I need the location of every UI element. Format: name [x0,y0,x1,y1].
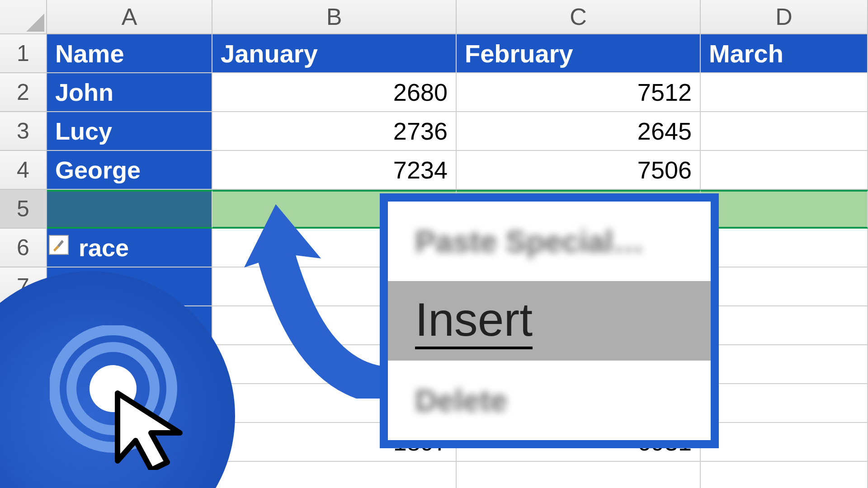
cell-D9[interactable] [701,345,868,384]
cell-A3[interactable]: Lucy [47,112,212,151]
spreadsheet-viewport: A B C D 1 Name January February March 2 … [0,0,868,488]
row-header-6[interactable]: 6 [0,229,47,267]
menu-item-label: Insert [415,293,533,349]
cell-A2[interactable]: John [47,73,212,112]
table-row: 2 John 2680 7512 [0,73,868,112]
table-row: 3 Lucy 2736 2645 [0,112,868,151]
cell-A4[interactable]: George [47,151,212,190]
row-header-4[interactable]: 4 [0,151,47,190]
cell-D10[interactable] [701,384,868,423]
cell-C2[interactable]: 7512 [457,73,701,112]
cell-D6[interactable] [701,229,868,267]
cell-C12[interactable] [457,462,701,488]
callout-arrow [231,204,402,400]
column-header-B[interactable]: B [212,0,457,34]
cell-B12[interactable] [212,462,457,488]
select-all-corner[interactable] [0,0,47,34]
cell-A5[interactable] [47,190,212,229]
logo-background-circle [0,271,235,488]
cell-D12[interactable] [701,462,868,488]
cell-D2[interactable] [701,73,868,112]
cell-B3[interactable]: 2736 [212,112,457,151]
cell-D5[interactable] [701,190,868,229]
arrow-icon [231,204,402,399]
cell-A1[interactable]: Name [47,34,212,73]
cell-D3[interactable] [701,112,868,151]
cell-C4[interactable]: 7506 [457,151,701,190]
cell-D7[interactable] [701,267,868,306]
row-header-2[interactable]: 2 [0,73,47,112]
column-header-D[interactable]: D [701,0,868,34]
row-header-5[interactable]: 5 [0,190,47,229]
cell-D8[interactable] [701,306,868,345]
brand-logo [0,271,235,488]
menu-item-paste-special[interactable]: Paste Special… [388,202,711,281]
column-header-C[interactable]: C [457,0,701,34]
cell-C3[interactable]: 2645 [457,112,701,151]
click-target-icon [50,325,194,470]
cell-D11[interactable] [701,423,868,462]
table-row: 4 George 7234 7506 [0,151,868,190]
insert-options-button[interactable] [49,235,69,255]
cell-A6[interactable]: race [47,229,212,267]
context-menu: Paste Special… Insert Delete [380,193,719,448]
paintbrush-icon [51,237,66,253]
column-header-A[interactable]: A [47,0,212,34]
cell-D1[interactable]: March [701,34,868,73]
cell-C1[interactable]: February [457,34,701,73]
cell-B1[interactable]: January [212,34,457,73]
menu-item-delete[interactable]: Delete [388,361,711,440]
select-all-triangle-icon [26,14,44,32]
cell-B4[interactable]: 7234 [212,151,457,190]
cell-D4[interactable] [701,151,868,190]
column-header-row: A B C D [0,0,868,34]
table-row: 1 Name January February March [0,34,868,73]
cell-B2[interactable]: 2680 [212,73,457,112]
row-header-3[interactable]: 3 [0,112,47,151]
menu-item-insert[interactable]: Insert [388,281,711,361]
row-header-1[interactable]: 1 [0,34,47,73]
